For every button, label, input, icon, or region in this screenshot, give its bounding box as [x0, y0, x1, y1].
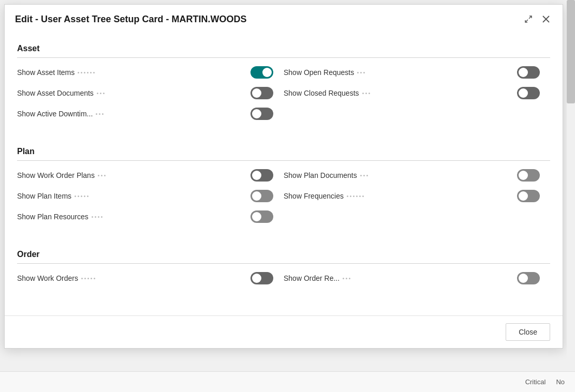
- dot: [347, 195, 348, 197]
- show-asset-documents-label: Show Asset Documents: [17, 89, 94, 97]
- dot: [102, 113, 104, 115]
- show-work-orders-label: Show Work Orders: [17, 274, 78, 282]
- dot: [90, 72, 92, 73]
- dot: [360, 72, 362, 73]
- toggle-cell-show-work-order-plans: Show Work Order Plans: [17, 169, 284, 182]
- dot: [92, 216, 93, 218]
- dot: [362, 195, 364, 197]
- show-closed-requests-toggle[interactable]: [517, 87, 540, 99]
- dots: [96, 113, 104, 115]
- modal-body: Asset Show Asset Items: [5, 33, 563, 315]
- toggle-cell-show-work-orders: Show Work Orders: [17, 272, 284, 284]
- dots: [357, 72, 365, 73]
- toggle-cell-show-asset-items: Show Asset Items: [17, 66, 284, 79]
- order-section-header: Order: [17, 244, 550, 264]
- toggle-cell-show-plan-items: Show Plan Items: [17, 190, 284, 202]
- toggle-cell-show-plan-resources: Show Plan Resources: [17, 210, 284, 223]
- dot: [349, 278, 350, 279]
- toggle-cell-show-asset-documents: Show Asset Documents: [17, 87, 284, 99]
- modal-dialog: Edit - User Asset Tree Setup Card - MART…: [4, 4, 563, 349]
- show-work-order-plans-toggle[interactable]: [250, 169, 273, 182]
- dot: [75, 195, 76, 197]
- dots: [78, 72, 95, 73]
- show-active-downtime-toggle[interactable]: [250, 108, 273, 120]
- show-plan-items-toggle[interactable]: [250, 190, 273, 202]
- asset-section-header: Asset: [17, 38, 550, 58]
- modal-header-icons: [522, 13, 552, 25]
- show-order-resources-toggle[interactable]: [517, 272, 540, 284]
- toggle-cell-show-closed-requests: Show Closed Requests: [284, 87, 550, 99]
- show-plan-documents-toggle[interactable]: [517, 169, 540, 182]
- scrollbar-thumb[interactable]: [567, 0, 575, 103]
- show-closed-requests-label: Show Closed Requests: [284, 89, 359, 97]
- dot: [363, 175, 365, 176]
- dot: [87, 72, 89, 73]
- dot: [98, 175, 99, 176]
- show-plan-documents-label: Show Plan Documents: [284, 171, 357, 179]
- expand-button[interactable]: [522, 13, 535, 25]
- dot: [362, 93, 364, 94]
- dot: [87, 195, 89, 197]
- dot: [103, 93, 105, 94]
- dot: [81, 72, 82, 73]
- dot: [350, 195, 351, 197]
- toggle-cell-show-plan-documents: Show Plan Documents: [284, 169, 550, 182]
- toggle-cell-show-open-requests: Show Open Requests: [284, 66, 550, 79]
- dot: [365, 93, 367, 94]
- show-plan-items-label: Show Plan Items: [17, 192, 71, 200]
- dot: [343, 278, 344, 279]
- show-open-requests-toggle[interactable]: [517, 66, 540, 79]
- modal-footer: Close: [5, 315, 563, 348]
- show-asset-items-toggle[interactable]: [250, 66, 273, 79]
- modal-overlay: Edit - User Asset Tree Setup Card - MART…: [0, 0, 575, 392]
- dot: [84, 278, 86, 279]
- dot: [368, 93, 370, 94]
- asset-toggle-grid: Show Asset Items: [17, 66, 550, 128]
- dot: [98, 216, 99, 218]
- dot: [363, 72, 365, 73]
- dot: [78, 72, 79, 73]
- dot: [100, 93, 101, 94]
- show-asset-items-label: Show Asset Items: [17, 68, 75, 77]
- show-frequencies-toggle[interactable]: [517, 190, 540, 202]
- dot: [101, 175, 102, 176]
- dot: [95, 216, 96, 218]
- dot: [99, 113, 100, 115]
- dots: [97, 93, 105, 94]
- close-button[interactable]: [540, 13, 552, 25]
- dots: [347, 195, 364, 197]
- plan-toggle-grid: Show Work Order Plans: [17, 169, 550, 231]
- show-plan-resources-toggle[interactable]: [250, 210, 273, 223]
- dot: [346, 278, 347, 279]
- dot: [81, 278, 83, 279]
- dot: [360, 175, 362, 176]
- modal-header: Edit - User Asset Tree Setup Card - MART…: [5, 5, 563, 33]
- bottom-bar-no: No: [556, 378, 565, 386]
- plan-section-header: Plan: [17, 141, 550, 161]
- dots: [343, 278, 350, 279]
- dot: [81, 195, 82, 197]
- dots: [360, 175, 368, 176]
- bottom-bar-critical: Critical: [525, 378, 546, 386]
- plan-section: Plan Show Work Order Plans: [17, 141, 550, 231]
- dot: [87, 278, 89, 279]
- scrollbar-track[interactable]: [567, 0, 575, 371]
- dot: [94, 278, 95, 279]
- dot: [356, 195, 358, 197]
- close-button-footer[interactable]: Close: [506, 323, 550, 341]
- modal-title: Edit - User Asset Tree Setup Card - MART…: [15, 14, 246, 25]
- dot: [78, 195, 79, 197]
- dot: [353, 195, 355, 197]
- dot: [91, 278, 92, 279]
- show-order-resources-label: Show Order Re...: [284, 274, 340, 282]
- dot: [101, 216, 102, 218]
- show-asset-documents-toggle[interactable]: [250, 87, 273, 99]
- dot: [96, 113, 97, 115]
- order-section: Order Show Work Orders: [17, 244, 550, 293]
- dots: [75, 195, 89, 197]
- dot: [84, 72, 85, 73]
- show-active-downtime-label: Show Active Downtim...: [17, 110, 93, 118]
- dot: [357, 72, 359, 73]
- show-plan-resources-label: Show Plan Resources: [17, 213, 89, 221]
- show-work-orders-toggle[interactable]: [250, 272, 273, 284]
